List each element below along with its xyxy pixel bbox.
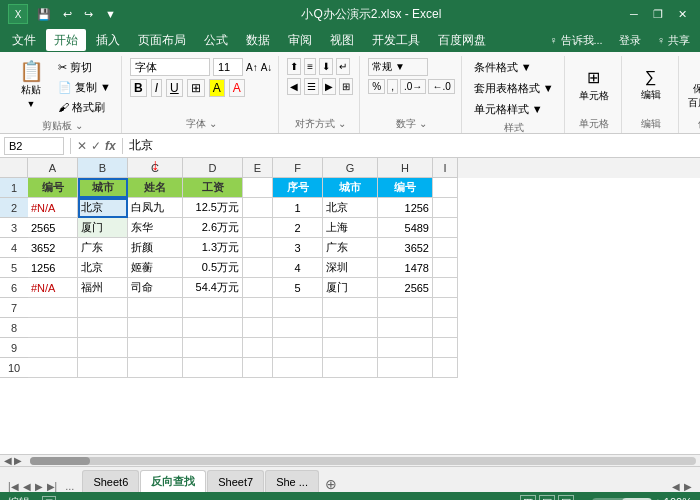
cell-f3[interactable]: 2 <box>273 218 323 238</box>
cell-h1[interactable]: 编号 <box>378 178 433 198</box>
share-btn[interactable]: ♀ 共享 <box>651 31 696 50</box>
col-header-i[interactable]: I <box>433 158 458 178</box>
tab-prev-btn[interactable]: ◀ <box>23 481 31 492</box>
percent-btn[interactable]: % <box>368 79 385 94</box>
cell-c4[interactable]: 折颜 <box>128 238 183 258</box>
cell-c6[interactable]: 司命 <box>128 278 183 298</box>
cell-f1[interactable]: 序号 <box>273 178 323 198</box>
edit-btn[interactable]: ∑ 编辑 <box>630 58 672 112</box>
cell-b10[interactable] <box>78 358 128 378</box>
redo-btn[interactable]: ↪ <box>81 7 96 22</box>
cell-a5[interactable]: 1256 <box>28 258 78 278</box>
cell-i7[interactable] <box>433 298 458 318</box>
cell-a1[interactable]: 编号 <box>28 178 78 198</box>
merge-btn[interactable]: ⊞ <box>339 78 353 95</box>
comma-btn[interactable]: , <box>387 79 398 94</box>
align-center-btn[interactable]: ☰ <box>304 78 319 95</box>
cell-f2[interactable]: 1 <box>273 198 323 218</box>
cell-e3[interactable] <box>243 218 273 238</box>
cell-b2[interactable]: 北京 <box>78 198 128 218</box>
font-color-btn[interactable]: A <box>229 79 245 97</box>
cell-a10[interactable] <box>28 358 78 378</box>
cell-b1[interactable]: 城市 <box>78 178 128 198</box>
cell-c7[interactable] <box>128 298 183 318</box>
align-bottom-btn[interactable]: ⬇ <box>319 58 333 75</box>
cell-h2[interactable]: 1256 <box>378 198 433 218</box>
undo-btn[interactable]: ↩ <box>60 7 75 22</box>
cut-btn[interactable]: ✂ 剪切 <box>54 58 115 77</box>
cell-i5[interactable] <box>433 258 458 278</box>
col-header-g[interactable]: G <box>323 158 378 178</box>
cell-e10[interactable] <box>243 358 273 378</box>
scroll-track-h[interactable] <box>30 457 696 465</box>
menu-view[interactable]: 视图 <box>322 29 362 51</box>
cell-c8[interactable] <box>128 318 183 338</box>
menu-baidu[interactable]: 百度网盘 <box>430 29 494 51</box>
cell-i1[interactable] <box>433 178 458 198</box>
font-size-up-btn[interactable]: A↑ <box>246 62 258 73</box>
col-header-a[interactable]: A <box>28 158 78 178</box>
cell-a8[interactable] <box>28 318 78 338</box>
save-qat-btn[interactable]: 💾 <box>34 7 54 22</box>
cell-h4[interactable]: 3652 <box>378 238 433 258</box>
save-to-baidu-btn[interactable]: ☁ 保存到百度网盘 <box>687 58 700 112</box>
cell-f9[interactable] <box>273 338 323 358</box>
cell-i3[interactable] <box>433 218 458 238</box>
normal-view-btn[interactable]: ▦ <box>520 495 536 501</box>
cell-i9[interactable] <box>433 338 458 358</box>
cell-a6[interactable]: #N/A <box>28 278 78 298</box>
col-header-b[interactable]: B <box>78 158 128 178</box>
menu-formula[interactable]: 公式 <box>196 29 236 51</box>
scroll-right-tab-btn[interactable]: ▶ <box>684 481 692 492</box>
sheet-tab-sheet6[interactable]: Sheet6 <box>82 470 139 492</box>
customize-qat-btn[interactable]: ▼ <box>102 7 119 21</box>
scroll-left-btn[interactable]: ◀ <box>4 455 12 466</box>
conditional-format-btn[interactable]: 条件格式 ▼ <box>470 58 536 77</box>
italic-btn[interactable]: I <box>151 79 162 97</box>
cell-d8[interactable] <box>183 318 243 338</box>
cell-e2[interactable] <box>243 198 273 218</box>
cell-a7[interactable] <box>28 298 78 318</box>
horizontal-scrollbar[interactable]: ◀ ▶ <box>0 454 700 466</box>
cell-g10[interactable] <box>323 358 378 378</box>
cell-a3[interactable]: 2565 <box>28 218 78 238</box>
cancel-formula-btn[interactable]: ✕ <box>77 139 87 153</box>
page-break-view-btn[interactable]: ▣ <box>558 495 574 501</box>
cell-d4[interactable]: 1.3万元 <box>183 238 243 258</box>
cell-f10[interactable] <box>273 358 323 378</box>
cell-i10[interactable] <box>433 358 458 378</box>
format-as-table-btn[interactable]: 套用表格格式 ▼ <box>470 79 558 98</box>
cell-e7[interactable] <box>243 298 273 318</box>
cell-b3[interactable]: 厦门 <box>78 218 128 238</box>
scroll-left-tab-btn[interactable]: ◀ <box>672 481 680 492</box>
bold-btn[interactable]: B <box>130 79 147 97</box>
menu-file[interactable]: 文件 <box>4 29 44 51</box>
font-name-input[interactable] <box>130 58 210 76</box>
cell-h7[interactable] <box>378 298 433 318</box>
login-btn[interactable]: 登录 <box>613 31 647 50</box>
cell-e8[interactable] <box>243 318 273 338</box>
cell-c9[interactable] <box>128 338 183 358</box>
cell-styles-btn[interactable]: 单元格样式 ▼ <box>470 100 547 119</box>
cell-g4[interactable]: 广东 <box>323 238 378 258</box>
cell-d3[interactable]: 2.6万元 <box>183 218 243 238</box>
col-header-d[interactable]: D <box>183 158 243 178</box>
cell-c10[interactable] <box>128 358 183 378</box>
sheet-tab-she[interactable]: She ... <box>265 470 319 492</box>
cell-g2[interactable]: 北京 <box>323 198 378 218</box>
cell-c3[interactable]: 东华 <box>128 218 183 238</box>
cell-d5[interactable]: 0.5万元 <box>183 258 243 278</box>
col-header-c[interactable]: C ↓ <box>128 158 183 178</box>
cell-h10[interactable] <box>378 358 433 378</box>
cell-g5[interactable]: 深圳 <box>323 258 378 278</box>
cell-f6[interactable]: 5 <box>273 278 323 298</box>
cell-c1[interactable]: 姓名 <box>128 178 183 198</box>
copy-btn[interactable]: 📄 复制 ▼ <box>54 78 115 97</box>
cell-a4[interactable]: 3652 <box>28 238 78 258</box>
col-header-f[interactable]: F <box>273 158 323 178</box>
align-right-btn[interactable]: ▶ <box>322 78 336 95</box>
col-header-e[interactable]: E <box>243 158 273 178</box>
cell-g7[interactable] <box>323 298 378 318</box>
tell-me-btn[interactable]: ♀ 告诉我... <box>543 31 608 50</box>
cell-f5[interactable]: 4 <box>273 258 323 278</box>
